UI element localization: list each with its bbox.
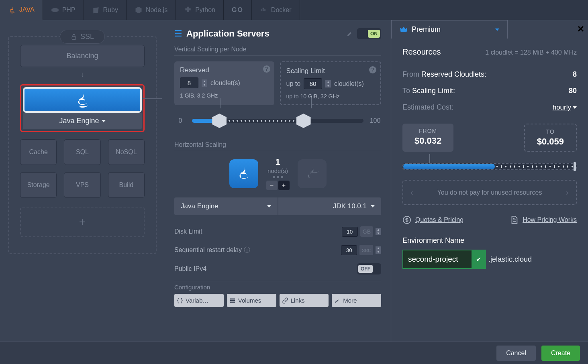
svg-rect-2 xyxy=(263,9,264,10)
language-tabs: JAVA PHP Ruby Node.js Python GO Docker xyxy=(0,0,588,20)
hscale-node-active xyxy=(229,159,258,188)
env-domain: .jelastic.cloud xyxy=(488,255,532,264)
cache-node[interactable]: Cache xyxy=(20,139,57,165)
edit-icon[interactable] xyxy=(347,31,353,37)
next-info[interactable]: › xyxy=(566,188,569,197)
reserved-card: ? Reserved ▲▼ cloudlet(s) 1 GiB, 3.2 GHz xyxy=(174,61,274,105)
menu-icon[interactable]: ☰ xyxy=(174,28,182,39)
limit-input[interactable] xyxy=(304,78,322,89)
increase-nodes[interactable]: + xyxy=(278,181,290,190)
svg-rect-5 xyxy=(72,37,76,39)
reserved-count: 8 xyxy=(573,70,577,79)
ssl-toggle[interactable]: SSL xyxy=(60,30,105,44)
engine-dropdown[interactable]: Java Engine xyxy=(23,113,142,129)
configuration-label: Configuration xyxy=(174,284,381,291)
svg-rect-4 xyxy=(263,8,264,9)
slider-handle-reserved[interactable] xyxy=(212,114,227,128)
env-name-input[interactable] xyxy=(403,251,472,268)
storage-node[interactable]: Storage xyxy=(20,172,57,198)
tab-java-label: JAVA xyxy=(19,6,35,13)
docker-icon xyxy=(260,6,268,14)
slider-track[interactable] xyxy=(192,119,363,123)
scaling-limit-card: ? Scaling Limit up to ▲▼ cloudlet(s) up … xyxy=(280,61,382,105)
volumes-button[interactable]: Volumes xyxy=(227,294,276,307)
engine-select[interactable]: Java Engine xyxy=(174,197,278,215)
disk-limit-input[interactable] xyxy=(342,227,358,237)
python-icon xyxy=(184,6,192,14)
cloudlet-slider: 0 100 xyxy=(174,111,381,131)
toggle-on-label: ON xyxy=(368,30,380,38)
chevron-down-icon xyxy=(495,28,499,31)
vertical-scaling-label: Vertical Scaling per Node xyxy=(174,46,381,56)
decrease-nodes[interactable]: − xyxy=(266,181,278,190)
config-panel: ☰ Application Servers ON Vertical Scalin… xyxy=(165,20,391,342)
unlock-icon xyxy=(71,34,77,40)
crown-icon xyxy=(400,26,408,34)
cost-period-dropdown[interactable]: hourly xyxy=(553,104,577,112)
disk-spinner[interactable]: ▲▼ xyxy=(376,228,381,235)
tab-node[interactable]: Node.js xyxy=(127,0,176,20)
pricing-works-link[interactable]: How Pricing Works xyxy=(510,216,577,224)
help-icon[interactable]: ? xyxy=(369,66,376,73)
link-icon xyxy=(282,297,288,304)
public-ipv4-label: Public IPv4 xyxy=(174,265,206,272)
java-icon xyxy=(74,92,91,108)
tab-python[interactable]: Python xyxy=(176,0,224,20)
prev-info[interactable]: ‹ xyxy=(410,188,413,197)
node-icon xyxy=(135,6,143,14)
vps-node[interactable]: VPS xyxy=(64,172,100,198)
balancing-node[interactable]: Balancing xyxy=(20,45,145,67)
go-icon: GO xyxy=(232,6,243,14)
reserved-spinner[interactable]: ▲▼ xyxy=(202,79,207,87)
tab-go[interactable]: GO xyxy=(224,0,252,20)
ruby-icon xyxy=(92,6,100,14)
tab-docker[interactable]: Docker xyxy=(252,0,300,20)
wrench-icon xyxy=(334,297,341,304)
slider-handle-limit[interactable] xyxy=(296,114,311,128)
svg-rect-3 xyxy=(264,9,265,10)
server-toggle[interactable]: ON xyxy=(357,28,381,39)
more-button[interactable]: More xyxy=(332,294,381,307)
close-button[interactable]: × xyxy=(578,22,584,35)
restart-delay-input[interactable] xyxy=(341,245,357,255)
quotas-link[interactable]: Quotas & Pricing xyxy=(402,216,463,224)
build-node[interactable]: Build xyxy=(108,172,145,198)
svg-rect-8 xyxy=(230,301,235,303)
reserved-input[interactable] xyxy=(180,77,198,88)
braces-icon xyxy=(177,297,183,304)
ipv4-toggle[interactable]: OFF xyxy=(357,263,381,275)
restart-spinner[interactable]: ▲▼ xyxy=(376,246,381,254)
limit-spinner[interactable]: ▲▼ xyxy=(325,80,331,87)
tab-php[interactable]: PHP xyxy=(43,0,84,20)
env-name-label: Environment Name xyxy=(402,236,577,245)
volumes-icon xyxy=(229,297,236,304)
java-icon xyxy=(8,6,16,14)
arrow-down-icon: ↓ xyxy=(20,70,145,79)
limit-count: 80 xyxy=(569,87,577,95)
restart-delay-label: Sequential restart delay ⓘ xyxy=(174,246,250,254)
cost-slider xyxy=(402,163,577,170)
sql-node[interactable]: SQL xyxy=(64,139,100,165)
hscale-node-inactive xyxy=(298,159,327,188)
add-node[interactable]: + xyxy=(20,207,145,237)
links-button[interactable]: Links xyxy=(280,294,329,307)
nosql-node[interactable]: NoSQL xyxy=(108,139,145,165)
disk-limit-label: Disk Limit xyxy=(174,228,202,235)
tab-ruby[interactable]: Ruby xyxy=(84,0,127,20)
tab-java[interactable]: JAVA xyxy=(0,0,43,20)
create-button[interactable]: Create xyxy=(541,346,580,361)
svg-point-0 xyxy=(51,8,58,12)
variables-button[interactable]: Variab… xyxy=(174,294,224,307)
document-icon xyxy=(510,216,519,224)
help-icon[interactable]: ⓘ xyxy=(244,246,250,253)
app-server-node: Java Engine xyxy=(20,84,145,132)
java-app-server[interactable] xyxy=(23,87,142,113)
horizontal-scaling-label: Horizontal Scaling xyxy=(174,141,381,151)
jdk-select[interactable]: JDK 10.0.1 xyxy=(278,197,382,215)
premium-tab[interactable]: Premium xyxy=(391,20,508,39)
cancel-button[interactable]: Cancel xyxy=(496,346,536,361)
resources-panel: × Premium Resources 1 cloudlet = 128 MiB… xyxy=(391,20,588,342)
java-icon xyxy=(235,165,252,182)
mode-dots xyxy=(266,176,290,178)
help-icon[interactable]: ? xyxy=(263,65,270,73)
